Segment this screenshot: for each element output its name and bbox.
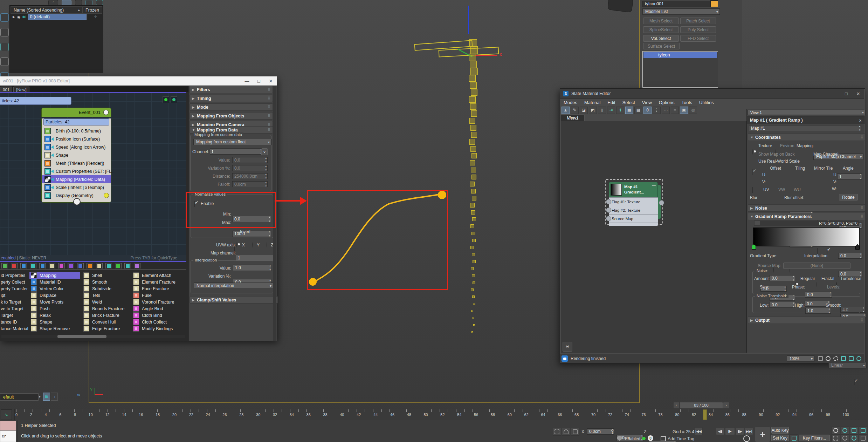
object-name-field[interactable]: tyIcon001 — [642, 1, 712, 7]
zoom-region-icon[interactable] — [832, 434, 840, 442]
depot-item[interactable]: Displace — [29, 292, 80, 299]
modifier-list-dropdown[interactable]: Modifier List — [642, 8, 720, 15]
auto-key-button[interactable]: Auto Key — [771, 427, 789, 434]
view-selector-dropdown[interactable]: View 1 — [748, 110, 866, 115]
rotate-button[interactable]: Rotate — [839, 194, 858, 200]
modifier-select-button[interactable]: Patch Select — [680, 18, 716, 24]
set-key-button[interactable]: Set Key — [771, 435, 789, 441]
slate-node-view[interactable]: Map #1 Gradient... — Flag #1: Texture — [561, 121, 746, 353]
operator-row[interactable]: Custom Properties (SET: [Fl... — [42, 167, 111, 175]
show-map-dark-icon[interactable]: ▩ — [634, 107, 642, 114]
operator-input-arrow-icon[interactable] — [51, 145, 54, 149]
depot-item[interactable]: Face Fracture — [132, 285, 184, 292]
zoom-level-dropdown[interactable]: 100% — [787, 355, 814, 362]
select-tool-icon[interactable]: ▲ — [562, 107, 570, 114]
go-to-end-icon[interactable]: ▶▶| — [745, 427, 753, 435]
schematic-view-icon[interactable]: ⫞ — [51, 393, 58, 401]
modifier-select-button[interactable]: SplineSelect — [643, 26, 679, 33]
display-color-dot[interactable] — [104, 193, 109, 198]
node-header[interactable]: Map #1 Gradient... — — [609, 182, 658, 197]
depot-item[interactable]: Tets — [82, 292, 130, 299]
depot-category-tab-icon[interactable] — [87, 263, 93, 268]
modifier-select-button[interactable]: FFD Select — [680, 35, 716, 42]
depot-category-tab-icon[interactable] — [134, 263, 140, 268]
interpolation-dropdown[interactable]: Normal interpolation — [194, 283, 273, 289]
explorer-row[interactable]: ▶ ◉ ≋ 0 (default) ✛ — [11, 14, 102, 20]
normalize-max-spinner[interactable]: 100.0 — [232, 231, 271, 237]
rollout-output[interactable]: ▶Output — [748, 317, 866, 324]
gradient-ramp-bar[interactable] — [753, 227, 860, 246]
rollout-clamp-shift[interactable]: ▶Clamp/Shift Values — [190, 296, 278, 304]
menu-item[interactable]: Modes — [562, 99, 579, 106]
depot-item[interactable]: Cloth Bind — [132, 312, 184, 319]
modifier-select-button[interactable]: Vol. Select — [643, 35, 679, 42]
layer-name-selected[interactable]: 0 (default) — [28, 14, 87, 20]
pan-hand-icon[interactable] — [841, 434, 849, 442]
key-filters-button[interactable]: Key Filters... — [799, 435, 830, 441]
gizmo-x-axis[interactable] — [475, 55, 497, 56]
selection-set-arrow-icon[interactable]: ▾ — [39, 395, 41, 399]
material-node[interactable]: Map #1 Gradient... — Flag #1: Texture — [609, 182, 658, 226]
layout-vertical-icon[interactable]: ⋮ — [653, 107, 661, 114]
layers-toolbar-icon[interactable] — [96, 0, 103, 5]
depot-category-tab-icon[interactable] — [96, 263, 103, 268]
depot-category-tab-icon[interactable] — [77, 263, 84, 268]
isolate-selection-icon[interactable] — [553, 428, 561, 436]
rollout-header[interactable]: ▶Timing — [190, 95, 273, 102]
zero-badge[interactable]: 0 — [648, 435, 653, 441]
set-keys-button[interactable]: + — [755, 427, 770, 442]
zoom-icon[interactable] — [832, 427, 840, 434]
rollout-gradient-ramp[interactable]: ▼Gradient Ramp Parameters — [748, 213, 866, 220]
timeline-ruler[interactable]: 0246810121416182022242628303234363840424… — [14, 409, 850, 421]
get-material-icon[interactable]: ◪ — [580, 107, 588, 114]
object-color-swatch[interactable] — [710, 0, 718, 7]
event-node-header[interactable]: Event_001 — [41, 108, 111, 117]
tyflow-node-canvas[interactable]: ticles: 42 Event_001 Particles: 42 — [0, 92, 186, 256]
visibility-eye-icon[interactable]: ◉ — [17, 15, 21, 19]
node-input-pin[interactable] — [606, 208, 611, 213]
next-key-icon[interactable]: ▮▶ — [736, 427, 744, 435]
depot-item[interactable]: tance ID — [1, 319, 29, 325]
depot-item[interactable]: Smooth — [82, 279, 130, 285]
mini-listener-white[interactable]: er — [0, 431, 16, 442]
depot-item[interactable]: Bounds Fracture — [82, 305, 130, 312]
v-mirror-checkbox[interactable] — [817, 248, 818, 254]
custom-data-type-dropdown[interactable]: Mapping from custom float — [193, 139, 271, 145]
lock-sample-icon[interactable]: ◍ — [689, 107, 697, 114]
operator-row[interactable]: Scale (Inherit | xTexmap) — [42, 183, 111, 191]
slate-titlebar[interactable]: 3 Slate Material Editor — □ ✕ — [560, 89, 864, 99]
prev-frame-icon[interactable]: ‹ — [673, 402, 680, 409]
depot-item[interactable]: Relax — [29, 312, 80, 319]
depot-item[interactable]: Voronoi Fracture — [132, 299, 184, 305]
uvw-z-radio[interactable] — [267, 242, 267, 248]
depot-category-tab-icon[interactable] — [39, 263, 46, 268]
depot-item[interactable]: tance Material — [1, 325, 29, 332]
depot-item[interactable]: ve to Target — [1, 305, 29, 312]
depot-item[interactable]: Shell — [82, 272, 130, 279]
interp-value-spinner[interactable]: 1.0 — [233, 265, 272, 271]
prev-key-icon[interactable]: ◀▮ — [716, 427, 724, 435]
clipped-event-particles-bar[interactable]: ticles: 42 — [0, 97, 71, 105]
assign-to-selection-icon[interactable]: ⇥ — [607, 107, 615, 114]
map-channel-spinner[interactable]: 1 — [837, 174, 862, 179]
event-particle-count-bar[interactable]: Particles: 42 — [43, 118, 109, 125]
channel-picker-button[interactable]: v — [261, 148, 268, 155]
threshold-high-spinner[interactable]: 1.0 — [805, 308, 831, 314]
depot-category-tab-icon[interactable] — [115, 263, 122, 268]
absolute-offset-icon[interactable] — [571, 428, 579, 436]
real-world-scale-checkbox[interactable] — [752, 187, 753, 193]
put-material-icon[interactable]: ◩ — [589, 107, 597, 114]
node-input-slot[interactable]: Flag #1: Texture — [609, 197, 658, 206]
left-toolbar-icon[interactable] — [0, 57, 9, 66]
depot-category-tab-icon[interactable] — [20, 263, 27, 268]
modifier-stack-item-selected[interactable]: tyIcon — [643, 52, 717, 58]
depot-item[interactable]: perty Transfer — [1, 285, 29, 292]
zoom-extents-selected-icon[interactable] — [847, 355, 855, 362]
depot-category-tab-icon[interactable] — [68, 263, 74, 268]
depot-item[interactable]: Convex Hull — [82, 319, 130, 325]
operator-row[interactable]: Mesh (TriMesh [Render]) — [42, 159, 111, 167]
minimize-icon[interactable]: — — [828, 90, 840, 97]
panel-close-icon[interactable]: x — [859, 118, 861, 122]
play-icon[interactable]: ▶ — [725, 427, 735, 435]
left-toolbar-icon[interactable] — [0, 28, 9, 36]
